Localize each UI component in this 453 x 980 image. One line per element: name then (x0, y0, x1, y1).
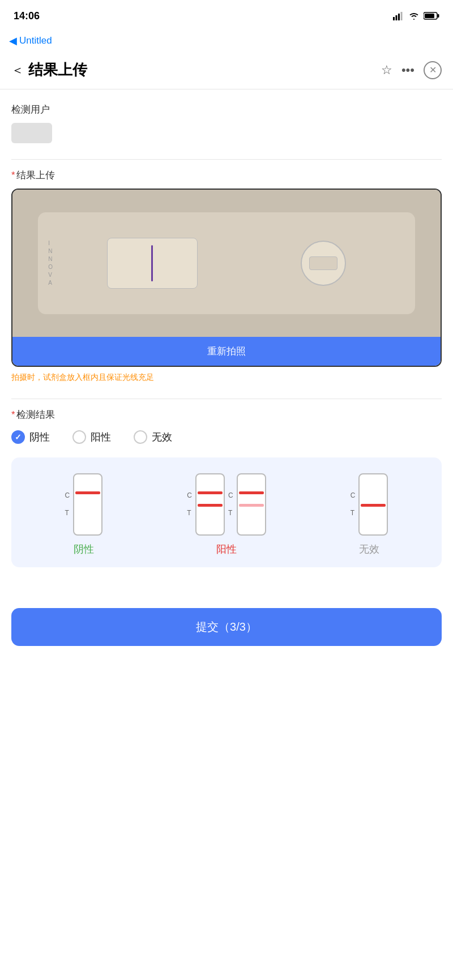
header-actions: ☆ ••• ✕ (381, 61, 442, 79)
nav-back-bar[interactable]: ◀ Untitled (0, 28, 453, 53)
diagram-label-positive: 阳性 (216, 542, 237, 556)
radio-check-negative (11, 430, 25, 444)
close-button[interactable]: ✕ (424, 61, 442, 79)
svg-rect-2 (398, 14, 400, 20)
page-header: ＜ 结果上传 ☆ ••• ✕ (0, 53, 453, 89)
status-icons (393, 11, 439, 20)
radio-label-negative: 阴性 (29, 430, 50, 444)
svg-rect-0 (393, 17, 395, 20)
diagram-invalid: C T 无效 (351, 473, 388, 556)
svg-rect-3 (401, 12, 403, 20)
strip-group-positive: C T C T (187, 473, 266, 536)
diagram-positive: C T C T (187, 473, 266, 556)
test-window-circle (301, 241, 346, 286)
c-label-inv: C (351, 487, 356, 504)
user-section-label: 检测用户 (11, 103, 442, 116)
strip-positive-2 (237, 473, 266, 536)
c-line-negative (75, 491, 100, 494)
status-bar: 14:06 (0, 0, 453, 28)
photo-image: I N N O V A (12, 190, 441, 337)
required-star-upload: * (11, 170, 15, 181)
strip-group-negative: C T (65, 473, 103, 536)
t-label-pos1: T (187, 504, 192, 522)
t-label-inv: T (351, 504, 356, 522)
radio-label-positive: 阳性 (91, 430, 111, 444)
t-line-inv (361, 504, 386, 507)
t-label-neg: T (65, 504, 70, 522)
wifi-icon (408, 11, 420, 20)
more-icon[interactable]: ••• (401, 63, 414, 78)
t-label-pos2: T (228, 504, 233, 522)
t-line-pos1 (198, 504, 223, 507)
status-time: 14:06 (14, 10, 40, 22)
radio-circle-positive (72, 430, 86, 444)
photo-container: I N N O V A 重新拍照 (11, 189, 442, 367)
upload-section-label: *结果上传 (11, 169, 442, 182)
strip-positive-1 (195, 473, 225, 536)
diagram-label-invalid: 无效 (359, 542, 379, 556)
result-section: *检测结果 阴性 阳性 无效 (11, 408, 442, 567)
c-label-pos1: C (187, 487, 192, 504)
strip-invalid (358, 473, 388, 536)
radio-positive[interactable]: 阳性 (72, 430, 111, 444)
strip-group-invalid: C T (351, 473, 388, 536)
required-star-result: * (11, 409, 15, 420)
page-title-area: ＜ 结果上传 (11, 60, 87, 80)
photo-hint: 拍摄时，试剂盒放入框内且保证光线充足 (11, 373, 442, 383)
t-line-pos2 (239, 504, 264, 507)
c-label-pos2: C (228, 487, 233, 504)
radio-circle-invalid (134, 430, 147, 444)
diagram-label-negative: 阴性 (74, 542, 94, 556)
result-section-label: *检测结果 (11, 408, 442, 421)
content-area: 检测用户 *结果上传 I N N O V A (0, 89, 453, 597)
submit-section: 提交（3/3） (0, 597, 453, 669)
retake-button[interactable]: 重新拍照 (12, 337, 441, 366)
svg-rect-5 (438, 14, 439, 18)
submit-button[interactable]: 提交（3/3） (11, 608, 442, 646)
svg-rect-1 (396, 15, 398, 20)
user-section: 检测用户 (11, 103, 442, 143)
radio-label-invalid: 无效 (152, 430, 172, 444)
signal-icon (393, 11, 404, 20)
battery-icon (424, 12, 439, 20)
test-kit: I N N O V A (38, 212, 414, 314)
page-title-chevron-icon[interactable]: ＜ (11, 62, 24, 79)
test-kit-label: I N N O V A (48, 239, 53, 287)
c-line-pos2 (239, 491, 264, 494)
back-chevron-icon: ◀ (9, 35, 17, 47)
radio-negative[interactable]: 阴性 (11, 430, 50, 444)
test-line-c (151, 245, 153, 281)
c-line-pos1 (198, 491, 223, 494)
test-window-rect (107, 238, 198, 289)
divider-2 (11, 399, 442, 399)
diagram-negative: C T 阴性 (65, 473, 103, 556)
strip-negative (73, 473, 102, 536)
radio-invalid[interactable]: 无效 (134, 430, 172, 444)
nav-back-label[interactable]: Untitled (19, 35, 52, 46)
svg-rect-6 (425, 14, 434, 18)
result-options: 阴性 阳性 无效 (11, 430, 442, 444)
star-icon[interactable]: ☆ (381, 63, 392, 78)
test-circle-inner (309, 256, 337, 270)
c-label-neg: C (65, 487, 70, 504)
user-avatar (11, 123, 52, 143)
close-icon: ✕ (429, 65, 437, 75)
upload-section: *结果上传 I N N O V A (11, 169, 442, 383)
page-title-text: 结果上传 (28, 60, 87, 80)
divider-1 (11, 159, 442, 160)
result-diagram: C T 阴性 C T (11, 457, 442, 567)
